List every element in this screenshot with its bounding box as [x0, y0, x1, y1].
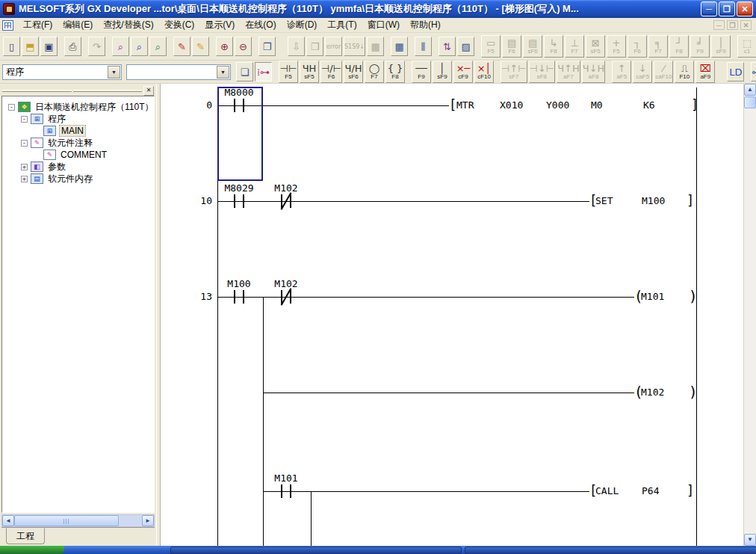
device-memory-button[interactable]: ▦ — [391, 37, 408, 56]
undo-button[interactable]: ↷ — [88, 37, 105, 56]
menu-item[interactable]: 显示(V) — [199, 17, 240, 33]
menu-item[interactable]: 工程(F) — [18, 17, 58, 33]
falling-pulse-tool[interactable]: ⊣↓⊢sF8 — [529, 61, 556, 83]
rising-pulse-tool[interactable]: ⊣↑⊢sF7 — [501, 61, 527, 83]
find-instruction-button[interactable]: ⌕ — [131, 37, 148, 56]
error-check-button[interactable]: error — [325, 37, 342, 56]
wire-tool-f9b[interactable]: ╛F9 — [690, 35, 710, 58]
tree-item[interactable]: ⊞MAIN — [5, 125, 152, 137]
wire-tool-f7[interactable]: ⊥F7 — [565, 35, 584, 58]
wire-tool-f8[interactable]: ↳F8 — [544, 35, 563, 58]
menu-item[interactable]: 查找/替换(S) — [98, 17, 158, 33]
wire-tool-f6[interactable]: ▤F6 — [502, 35, 521, 58]
expand-icon[interactable]: + — [21, 164, 28, 170]
save-project-button[interactable]: ▣ — [40, 37, 58, 56]
child-window-icon[interactable] — [2, 20, 13, 31]
collapse-icon[interactable]: - — [21, 116, 28, 123]
scroll-thumb[interactable] — [14, 515, 119, 526]
plc-verify-button[interactable]: ❒ — [306, 37, 323, 56]
mdi-minimize-button[interactable]: ─ — [713, 20, 725, 30]
coil-tool[interactable]: ◯F7 — [365, 61, 384, 83]
parallel-open-contact-tool[interactable]: ЧНsF5 — [300, 61, 319, 83]
find-step-button[interactable]: ⌕ — [149, 37, 167, 56]
sort-button[interactable]: S1S9↓ — [344, 37, 365, 56]
vertical-line-tool[interactable]: │sF9 — [433, 61, 452, 83]
mdi-restore-button[interactable]: ❐ — [727, 20, 738, 30]
new-project-button[interactable]: ▯ — [3, 37, 20, 56]
chevron-down-icon[interactable]: ▼ — [108, 66, 120, 79]
draw-line-tool[interactable]: ⎍F10 — [675, 61, 694, 83]
mode-combobox[interactable]: 程序 ▼ — [2, 64, 122, 80]
invert-result-tool[interactable]: ↑aF5 — [612, 61, 631, 83]
monitor-grid-button[interactable]: ▦ — [367, 37, 384, 56]
connect-tool-c1[interactable]: ⬚c1 — [737, 35, 756, 58]
comment-search-button[interactable]: ❏ — [236, 62, 253, 81]
close-button[interactable]: ✕ — [737, 1, 753, 16]
start-button[interactable] — [0, 546, 64, 554]
menu-item[interactable]: 变换(C) — [159, 17, 200, 33]
panel-close-button[interactable]: ✕ — [143, 86, 154, 96]
menu-item[interactable]: 编辑(E) — [58, 17, 98, 33]
instruction-list-button[interactable]: ⊶⋮ — [751, 62, 756, 81]
ladder-logo-button[interactable]: LD — [727, 62, 744, 81]
tree-item[interactable]: -❖日本顺送机控制程序（110T） — [5, 101, 152, 113]
wire-tool-sf9[interactable]: │sF9 — [711, 35, 731, 58]
wire-tool-f6b[interactable]: ┐F6 — [628, 35, 647, 58]
tree-item[interactable]: +◧参数 — [5, 161, 152, 173]
taskbar-button[interactable] — [170, 547, 462, 554]
mdi-close-button[interactable]: ✕ — [740, 20, 752, 30]
scroll-right-button[interactable]: ► — [142, 515, 154, 526]
parallel-falling-pulse-tool[interactable]: Ч↓НaF8 — [582, 61, 606, 83]
menu-item[interactable]: 窗口(W) — [362, 17, 405, 33]
device-replace-button[interactable]: ✎ — [173, 37, 190, 56]
wire-tool-f5[interactable]: ▭F5 — [481, 35, 501, 58]
ladder-vertical-scrollbar[interactable]: ▲ ▼ — [743, 84, 756, 546]
program-list-button[interactable]: ⫼ — [415, 37, 432, 56]
expand-icon[interactable]: + — [21, 176, 28, 182]
plc-write-button[interactable]: ⇩ — [288, 37, 305, 56]
collapse-icon[interactable]: - — [8, 104, 15, 111]
scroll-up-button[interactable]: ▲ — [744, 84, 756, 96]
scroll-thumb[interactable] — [744, 96, 756, 108]
open-contact-tool[interactable]: ⊣⊢F5 — [279, 61, 298, 83]
horizontal-line-tool[interactable]: ──F9 — [412, 61, 431, 83]
wire-tool-sf6[interactable]: ▤sF6 — [523, 35, 542, 58]
wire-tool-f7b[interactable]: ╕F7 — [648, 35, 668, 58]
chevron-down-icon[interactable]: ▼ — [217, 66, 229, 79]
tab-project[interactable]: 工程 — [6, 528, 45, 544]
cross-reference-button[interactable]: ⇅ — [439, 37, 456, 56]
zoom-in-button[interactable]: ⊕ — [216, 37, 233, 56]
zoom-out-button[interactable]: ⊖ — [235, 37, 252, 56]
project-data-list-button[interactable]: ❐ — [258, 37, 276, 56]
panel-grip[interactable]: ✕ — [1, 85, 155, 96]
scroll-left-button[interactable]: ◄ — [2, 515, 14, 526]
find-device-button[interactable]: ⌕ — [112, 37, 129, 56]
used-device-button[interactable]: ▨ — [457, 37, 474, 56]
tree-item[interactable]: ✎COMMENT — [5, 149, 152, 161]
menu-item[interactable]: 在线(O) — [240, 17, 281, 33]
tree-item[interactable]: -✎软元件注释 — [5, 137, 152, 149]
print-button[interactable]: ⎙ — [64, 37, 81, 56]
open-project-button[interactable]: ⬒ — [22, 37, 39, 56]
menu-item[interactable]: 工具(T) — [322, 17, 362, 33]
pulse-result-tool[interactable]: ↓caF5 — [633, 61, 652, 83]
scroll-down-button[interactable]: ▼ — [744, 534, 756, 546]
tree-item[interactable]: +▤软元件内存 — [5, 173, 152, 185]
parallel-closed-contact-tool[interactable]: Ч/НsF6 — [344, 61, 363, 83]
wiring-display-button[interactable]: ⁞⊶ — [255, 62, 272, 81]
menu-item[interactable]: 帮助(H) — [405, 17, 446, 33]
application-instruction-tool[interactable]: { }F8 — [385, 61, 405, 83]
parallel-rising-pulse-tool[interactable]: Ч↑НaF7 — [557, 61, 580, 83]
collapse-icon[interactable]: - — [21, 140, 28, 147]
tree-item[interactable]: -⊞程序 — [5, 113, 152, 125]
delete-vertical-line-tool[interactable]: ×│cF10 — [474, 61, 494, 83]
delete-horizontal-line-tool[interactable]: ×─cF9 — [453, 61, 473, 83]
wire-tool-f8b[interactable]: ┘F8 — [669, 35, 689, 58]
find-combobox[interactable]: ▼ — [126, 64, 231, 80]
wire-tool-f5b[interactable]: +F5 — [607, 35, 626, 58]
operation-invert-tool[interactable]: ⁄caF10 — [654, 61, 673, 83]
tree-horizontal-scrollbar[interactable]: ◄ ► — [1, 514, 155, 527]
wire-tool-sf5[interactable]: ⊠sF5 — [586, 35, 605, 58]
minimize-button[interactable]: ─ — [701, 1, 717, 16]
menu-item[interactable]: 诊断(D) — [282, 17, 323, 33]
